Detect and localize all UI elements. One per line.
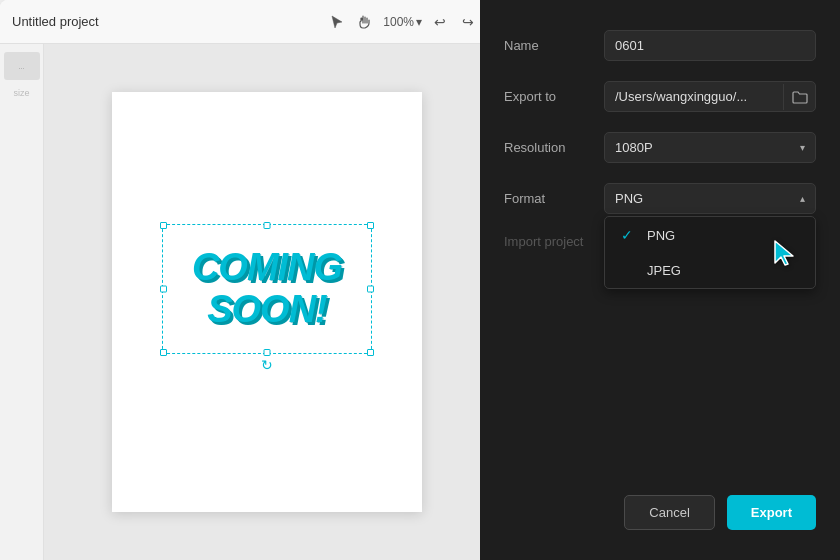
page-size-label: size (13, 88, 29, 98)
resolution-label: Resolution (504, 140, 604, 155)
format-select[interactable]: PNG ▴ (604, 183, 816, 214)
undo-button[interactable]: ↩ (430, 12, 450, 32)
project-title: Untitled project (12, 14, 315, 29)
cursor-pointer-icon (769, 237, 801, 269)
coming-soon-text: COMING SOON! (192, 247, 342, 331)
format-chevron-icon: ▴ (800, 193, 805, 204)
cursor-tool-icon[interactable] (327, 12, 347, 32)
left-sidebar: ... size (0, 44, 44, 560)
resize-handle-tr[interactable] (367, 222, 374, 229)
format-value: PNG (615, 191, 643, 206)
resolution-chevron-icon: ▾ (800, 142, 805, 153)
export-path-value: /Users/wangxingguo/... (605, 82, 783, 111)
canvas-area[interactable]: COMING SOON! ↻ (44, 44, 490, 560)
jpeg-label: JPEG (647, 263, 681, 278)
export-dialog: Name Export to /Users/wangxingguo/... Re… (480, 0, 840, 560)
resize-handle-tl[interactable] (160, 222, 167, 229)
name-input[interactable] (604, 30, 816, 61)
format-option-png[interactable]: ✓ PNG (605, 217, 815, 253)
format-dropdown: ✓ PNG JPEG (604, 216, 816, 289)
resolution-select[interactable]: 1080P ▾ (604, 132, 816, 163)
png-check-icon: ✓ (621, 227, 637, 243)
dialog-actions: Cancel Export (624, 495, 816, 530)
editor-panel: Untitled project 100% ▾ ↩ ↪ ... (0, 0, 490, 560)
browse-folder-button[interactable] (783, 84, 815, 110)
selected-element[interactable]: COMING SOON! ↻ (162, 224, 372, 354)
format-label: Format (504, 191, 604, 206)
export-button[interactable]: Export (727, 495, 816, 530)
svg-marker-0 (775, 241, 793, 265)
cancel-button[interactable]: Cancel (624, 495, 714, 530)
canvas-page: COMING SOON! ↻ (112, 92, 422, 512)
redo-button[interactable]: ↪ (458, 12, 478, 32)
resize-handle-br[interactable] (367, 349, 374, 356)
toolbar-icons: 100% ▾ ↩ ↪ (327, 12, 478, 32)
resolution-row: Resolution 1080P ▾ (504, 132, 816, 163)
name-row: Name (504, 30, 816, 61)
export-to-label: Export to (504, 89, 604, 104)
export-to-row: Export to /Users/wangxingguo/... (504, 81, 816, 112)
editor-toolbar: Untitled project 100% ▾ ↩ ↪ (0, 0, 490, 44)
resize-handle-bl[interactable] (160, 349, 167, 356)
hand-tool-icon[interactable] (355, 12, 375, 32)
resize-handle-bm[interactable] (264, 349, 271, 356)
rotate-handle[interactable]: ↻ (261, 357, 273, 373)
png-label: PNG (647, 228, 675, 243)
page-thumbnail[interactable]: ... (4, 52, 40, 80)
resolution-value: 1080P (615, 140, 653, 155)
format-row: Format PNG ▴ ✓ PNG JPEG (504, 183, 816, 214)
zoom-control[interactable]: 100% ▾ (383, 15, 422, 29)
export-path-field: /Users/wangxingguo/... (604, 81, 816, 112)
import-label: Import project (504, 234, 604, 249)
resize-handle-tm[interactable] (264, 222, 271, 229)
resize-handle-ml[interactable] (160, 286, 167, 293)
editor-body: ... size COMING SOON! (0, 44, 490, 560)
name-label: Name (504, 38, 604, 53)
resize-handle-mr[interactable] (367, 286, 374, 293)
